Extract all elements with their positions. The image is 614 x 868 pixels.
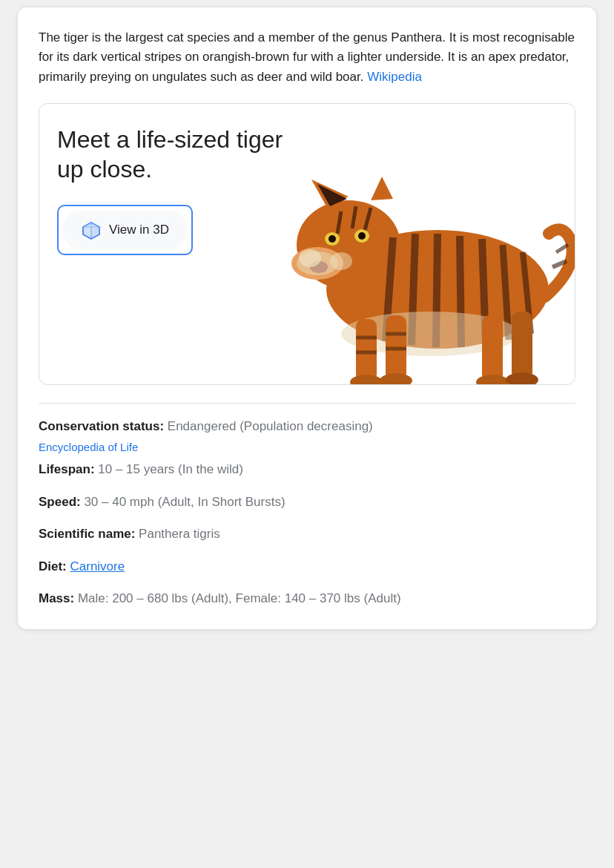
fact-value-2: Panthera tigris (139, 527, 220, 541)
fact-row-2: Scientific name: Panthera tigris (39, 525, 575, 544)
main-card: The tiger is the largest cat species and… (18, 7, 596, 629)
encyclopedia-of-life-link[interactable]: Encyclopedia of Life (39, 439, 575, 456)
info-section: Conservation status: Endangered (Populat… (39, 403, 575, 608)
fact-label-1: Speed: (39, 495, 84, 509)
svg-line-36 (556, 245, 568, 252)
fact-label-0: Lifespan: (39, 462, 98, 476)
conservation-value-text: Endangered (Population decreasing) (168, 419, 373, 433)
svg-rect-30 (512, 312, 532, 380)
view3d-button-area: View in 3D (57, 205, 557, 276)
conservation-status-row: Conservation status: Endangered (Populat… (39, 417, 575, 456)
conservation-label: Conservation status: (39, 419, 164, 433)
fact-row-1: Speed: 30 – 40 mph (Adult, In Short Burs… (39, 493, 575, 512)
fact-label-3: Diet: (39, 559, 70, 573)
fact-row-0: Lifespan: 10 – 15 years (In the wild) (39, 460, 575, 479)
svg-point-33 (476, 375, 509, 385)
fact-value-4: Male: 200 – 680 lbs (Adult), Female: 140… (78, 591, 401, 605)
facts-container: Lifespan: 10 – 15 years (In the wild)Spe… (39, 460, 575, 608)
view3d-button[interactable]: View in 3D (63, 211, 187, 249)
svg-rect-29 (482, 315, 503, 382)
description-body: The tiger is the largest cat species and… (39, 30, 575, 84)
view3d-label: View in 3D (109, 223, 169, 237)
view3d-frame: View in 3D (57, 205, 193, 255)
svg-point-34 (506, 372, 538, 385)
svg-marker-4 (371, 177, 393, 200)
cube-3d-icon (81, 220, 102, 240)
wikipedia-link[interactable]: Wikipedia (367, 70, 422, 84)
fact-value-0: 10 – 15 years (In the wild) (98, 462, 243, 476)
fact-row-3: Diet: Carnivore (39, 557, 575, 576)
description-text: The tiger is the largest cat species and… (39, 28, 575, 87)
svg-point-32 (380, 373, 412, 385)
fact-value-1: 30 – 40 mph (Adult, In Short Bursts) (84, 495, 285, 509)
fact-row-4: Mass: Male: 200 – 680 lbs (Adult), Femal… (39, 589, 575, 608)
fact-label-4: Mass: (39, 591, 78, 605)
fact-label-2: Scientific name: (39, 527, 139, 541)
svg-point-31 (350, 375, 383, 385)
fact-value-3[interactable]: Carnivore (70, 559, 125, 573)
view3d-card: Meet a life-sized tiger up close. (39, 103, 575, 385)
